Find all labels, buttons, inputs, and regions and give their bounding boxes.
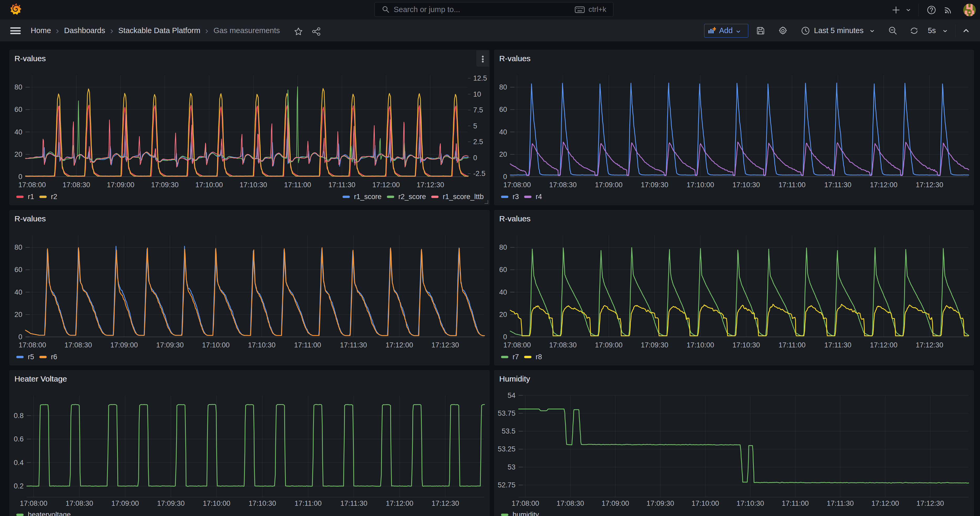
svg-text:0.2: 0.2 [14,482,24,490]
svg-text:17:10:00: 17:10:00 [692,500,719,507]
svg-text:17:09:30: 17:09:30 [151,181,179,189]
svg-text:17:12:00: 17:12:00 [870,341,897,349]
svg-text:12.5: 12.5 [473,74,487,82]
svg-text:52.75: 52.75 [498,481,515,489]
svg-text:53: 53 [508,463,515,471]
svg-text:17:11:00: 17:11:00 [294,500,321,507]
svg-text:60: 60 [499,266,507,274]
svg-text:17:09:30: 17:09:30 [157,500,185,507]
svg-text:17:10:00: 17:10:00 [202,341,230,349]
svg-text:17:08:30: 17:08:30 [64,341,92,349]
svg-text:17:10:00: 17:10:00 [687,181,714,189]
svg-text:17:11:30: 17:11:30 [328,181,355,189]
svg-text:17:10:00: 17:10:00 [203,500,231,507]
svg-text:17:11:30: 17:11:30 [827,500,854,507]
svg-text:40: 40 [14,288,22,296]
svg-text:17:10:30: 17:10:30 [240,181,267,189]
svg-text:17:11:30: 17:11:30 [824,341,851,349]
svg-text:0: 0 [503,173,507,181]
svg-text:53.25: 53.25 [498,445,515,453]
svg-text:-2.5: -2.5 [473,170,485,177]
svg-text:17:09:00: 17:09:00 [595,181,622,189]
svg-text:0: 0 [503,333,507,341]
svg-text:17:10:00: 17:10:00 [195,181,223,189]
svg-text:17:12:30: 17:12:30 [916,181,943,189]
svg-text:17:08:00: 17:08:00 [503,181,531,189]
svg-text:17:09:30: 17:09:30 [641,341,668,349]
svg-text:0.8: 0.8 [14,412,24,420]
svg-text:17:12:00: 17:12:00 [870,181,897,189]
svg-text:17:12:30: 17:12:30 [916,500,944,507]
svg-text:17:09:30: 17:09:30 [156,341,184,349]
svg-text:0.6: 0.6 [14,435,24,443]
svg-text:17:09:00: 17:09:00 [111,500,139,507]
svg-text:17:09:00: 17:09:00 [601,500,629,507]
svg-text:17:11:30: 17:11:30 [340,341,367,349]
svg-text:17:11:30: 17:11:30 [824,181,851,189]
svg-text:0: 0 [18,173,22,181]
svg-text:0: 0 [473,154,477,162]
svg-text:17:12:00: 17:12:00 [372,181,400,189]
svg-text:17:12:00: 17:12:00 [386,500,414,507]
svg-text:17:10:30: 17:10:30 [732,181,760,189]
svg-text:0.4: 0.4 [14,459,24,467]
svg-text:80: 80 [499,83,507,91]
svg-text:17:12:30: 17:12:30 [916,341,943,349]
svg-text:17:12:30: 17:12:30 [431,500,459,507]
svg-text:54: 54 [508,392,515,400]
svg-text:7.5: 7.5 [473,106,483,114]
svg-text:20: 20 [499,150,507,158]
svg-text:60: 60 [499,105,507,113]
svg-text:17:08:00: 17:08:00 [20,500,48,507]
svg-text:17:08:30: 17:08:30 [65,500,93,507]
svg-text:53.5: 53.5 [501,427,515,435]
svg-text:40: 40 [499,288,507,296]
svg-text:17:08:30: 17:08:30 [62,181,90,189]
svg-text:17:10:30: 17:10:30 [737,500,764,507]
svg-text:40: 40 [499,128,507,136]
svg-text:17:08:30: 17:08:30 [549,181,577,189]
svg-text:17:11:00: 17:11:00 [294,341,321,349]
svg-text:2.5: 2.5 [473,138,483,146]
svg-text:17:10:30: 17:10:30 [248,500,276,507]
svg-text:17:10:30: 17:10:30 [248,341,275,349]
svg-text:17:08:00: 17:08:00 [18,181,46,189]
svg-text:17:10:30: 17:10:30 [732,341,760,349]
svg-text:60: 60 [14,266,22,274]
svg-text:17:11:00: 17:11:00 [782,500,809,507]
svg-text:40: 40 [14,128,22,136]
svg-text:17:09:00: 17:09:00 [107,181,134,189]
svg-text:17:09:30: 17:09:30 [646,500,674,507]
svg-text:17:09:00: 17:09:00 [595,341,622,349]
svg-text:17:12:30: 17:12:30 [431,341,459,349]
svg-text:20: 20 [14,150,22,158]
svg-text:17:11:30: 17:11:30 [340,500,368,507]
svg-text:80: 80 [14,244,22,251]
svg-text:20: 20 [499,311,507,319]
svg-text:17:08:00: 17:08:00 [19,341,46,349]
svg-text:17:08:30: 17:08:30 [557,500,584,507]
svg-text:53.75: 53.75 [498,409,515,417]
svg-text:17:12:00: 17:12:00 [871,500,899,507]
svg-text:17:09:00: 17:09:00 [110,341,138,349]
svg-text:17:08:30: 17:08:30 [549,341,577,349]
svg-text:60: 60 [14,105,22,113]
svg-text:17:12:00: 17:12:00 [385,341,413,349]
svg-text:17:10:00: 17:10:00 [687,341,714,349]
svg-text:17:09:30: 17:09:30 [641,181,668,189]
svg-text:10: 10 [473,90,481,98]
svg-text:17:11:00: 17:11:00 [778,181,805,189]
svg-text:17:11:00: 17:11:00 [778,341,805,349]
svg-text:80: 80 [14,83,22,91]
svg-text:17:11:00: 17:11:00 [284,181,311,189]
svg-text:17:08:00: 17:08:00 [503,341,531,349]
svg-text:17:08:00: 17:08:00 [512,500,539,507]
svg-text:0: 0 [18,333,22,341]
svg-text:20: 20 [14,311,22,319]
svg-text:80: 80 [499,244,507,251]
svg-text:5: 5 [473,122,477,130]
svg-text:17:12:30: 17:12:30 [417,181,444,189]
